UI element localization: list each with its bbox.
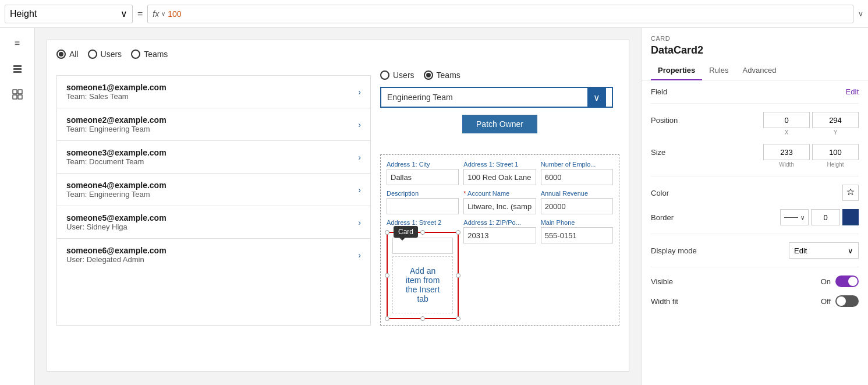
divider-3 [651, 267, 859, 267]
fx-label: fx [153, 9, 159, 19]
field-row: Field Edit [651, 87, 859, 104]
field-input-phone[interactable] [541, 227, 613, 243]
position-y-group [812, 112, 859, 128]
handle-dot-bl[interactable] [385, 316, 389, 321]
form-radio-users[interactable]: Users [380, 70, 414, 80]
width-fit-toggle[interactable] [835, 295, 859, 307]
radio-users[interactable]: Users [88, 50, 122, 59]
user-info: someone2@example.com Team: Engineering T… [66, 115, 166, 133]
fx-area[interactable]: fx ∨ 100 [147, 5, 853, 23]
user-email: someone1@example.com [66, 83, 166, 92]
field-input-employees[interactable] [541, 169, 613, 185]
size-inputs [763, 144, 859, 160]
user-email: someone6@example.com [66, 246, 166, 255]
fx-value: 100 [168, 9, 181, 19]
team-dropdown[interactable]: Engineering Team ∨ [380, 87, 613, 108]
field-input-city[interactable] [387, 169, 459, 185]
size-width-input[interactable] [763, 144, 810, 160]
data-card-revenue: Annual Revenue [541, 190, 613, 214]
svg-rect-2 [13, 71, 22, 73]
radio-teams[interactable]: Teams [131, 50, 168, 59]
components-icon[interactable] [9, 86, 26, 103]
panel-title: DataCard2 [642, 42, 868, 61]
item-chevron: › [358, 87, 361, 97]
form-radio-users-circle [380, 70, 389, 80]
list-item[interactable]: someone6@example.com User: Delegated Adm… [57, 239, 370, 271]
handle-dot-tr[interactable] [456, 230, 460, 235]
data-card-street1: Address 1: Street 1 [463, 161, 536, 185]
position-x-input[interactable] [763, 112, 810, 128]
team-dropdown-value: Engineering Team [387, 93, 453, 102]
field-input-account[interactable] [463, 198, 536, 214]
user-team: Team: Engineering Team [66, 190, 166, 199]
handle-dot-left[interactable] [385, 273, 389, 278]
handle-dot-bottom[interactable] [420, 316, 425, 321]
position-y-input[interactable] [812, 112, 859, 128]
border-width-input[interactable] [811, 209, 840, 225]
data-card-zip: Address 1: ZIP/Po... [463, 219, 536, 319]
menu-icon[interactable]: ≡ [9, 35, 26, 51]
data-cards-container: Address 1: City Address 1: Street 1 Numb… [380, 154, 619, 326]
app-frame: All Users Teams someone1@example.c [47, 40, 629, 372]
dropdown-arrow-icon: ∨ [587, 88, 606, 107]
list-item[interactable]: someone1@example.com Team: Sales Team › [57, 76, 370, 108]
divider-2 [651, 234, 859, 234]
border-style-selector[interactable]: —— ∨ [780, 209, 809, 225]
main-radio-group: All Users Teams [56, 50, 619, 59]
layers-icon[interactable] [9, 61, 26, 77]
handle-dot-br[interactable] [456, 316, 460, 321]
border-chevron: ∨ [800, 214, 805, 221]
handle-dot-top[interactable] [420, 230, 425, 235]
tab-properties[interactable]: Properties [651, 61, 702, 80]
border-color-picker[interactable] [842, 209, 859, 225]
width-fit-row: Width fit Off [651, 295, 859, 307]
user-info: someone4@example.com Team: Engineering T… [66, 181, 166, 199]
visible-toggle-container: On [821, 275, 859, 287]
form-radio-teams-label: Teams [437, 70, 460, 80]
top-bar-chevron: ∨ [858, 10, 863, 18]
handle-dot-tl[interactable] [385, 230, 389, 235]
tab-advanced[interactable]: Advanced [736, 61, 784, 80]
visible-toggle[interactable] [835, 275, 859, 287]
fx-chevron: ∨ [161, 10, 165, 17]
data-card-description: Description [387, 190, 459, 214]
data-cards-grid: Address 1: City Address 1: Street 1 Numb… [387, 161, 613, 214]
data-card-phone: Main Phone [541, 219, 613, 319]
height-selector[interactable]: Height ∨ [5, 5, 133, 23]
field-input-revenue[interactable] [541, 198, 613, 214]
form-radio-users-label: Users [393, 70, 414, 80]
position-section: Position X Y [651, 112, 859, 136]
display-mode-dropdown[interactable]: Edit ∨ [789, 242, 859, 259]
list-item[interactable]: someone3@example.com Team: Document Team… [57, 141, 370, 174]
field-input-zip[interactable] [463, 227, 536, 243]
form-radio-teams[interactable]: Teams [424, 70, 460, 80]
handle-dot-right[interactable] [456, 273, 460, 278]
field-input-street1[interactable] [463, 169, 536, 185]
divider-1 [651, 176, 859, 176]
field-label-city: Address 1: City [387, 161, 459, 168]
list-item[interactable]: someone4@example.com Team: Engineering T… [57, 174, 370, 206]
list-item[interactable]: someone5@example.com User: Sidney Higa › [57, 206, 370, 239]
field-label-phone: Main Phone [541, 219, 613, 226]
color-label: Color [651, 189, 697, 197]
user-email: someone4@example.com [66, 181, 166, 190]
patch-owner-button[interactable]: Patch Owner [462, 115, 537, 133]
field-input-description[interactable] [387, 198, 459, 214]
list-item[interactable]: someone2@example.com Team: Engineering T… [57, 108, 370, 141]
data-card-city: Address 1: City [387, 161, 459, 185]
svg-rect-4 [18, 90, 22, 94]
field-label-street2: Address 1: Street 2 [387, 219, 459, 226]
edit-link[interactable]: Edit [846, 87, 859, 96]
display-mode-row: Display mode Edit ∨ [651, 242, 859, 259]
border-label: Border [651, 213, 697, 222]
svg-rect-0 [13, 65, 22, 67]
color-picker[interactable] [842, 185, 859, 201]
border-line: —— [784, 213, 798, 221]
svg-rect-6 [18, 95, 22, 99]
radio-all[interactable]: All [56, 50, 79, 59]
radio-users-circle [88, 50, 97, 59]
data-card-account: * Account Name [463, 190, 536, 214]
display-mode-chevron: ∨ [848, 246, 853, 255]
tab-rules[interactable]: Rules [702, 61, 735, 80]
size-height-input[interactable] [812, 144, 859, 160]
